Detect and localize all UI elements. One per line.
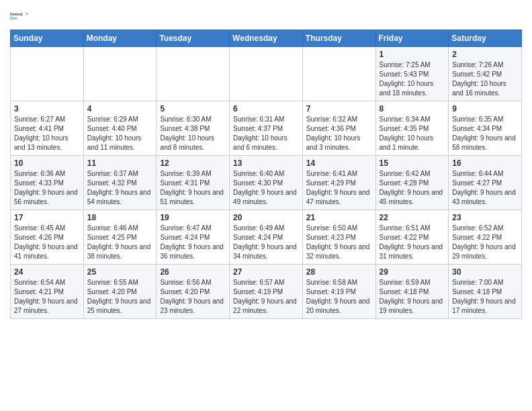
calendar-cell: 23Sunrise: 6:52 AM Sunset: 4:22 PM Dayli… xyxy=(449,210,522,265)
day-number: 12 xyxy=(160,158,226,168)
calendar-body: 1Sunrise: 7:25 AM Sunset: 5:43 PM Daylig… xyxy=(11,47,522,319)
day-number: 11 xyxy=(87,158,153,168)
calendar-cell: 8Sunrise: 6:34 AM Sunset: 4:35 PM Daylig… xyxy=(375,101,449,156)
calendar-week-row: 3Sunrise: 6:27 AM Sunset: 4:41 PM Daylig… xyxy=(11,101,522,156)
day-number: 7 xyxy=(306,104,372,113)
day-info: Sunrise: 6:37 AM Sunset: 4:32 PM Dayligh… xyxy=(87,169,153,207)
day-info: Sunrise: 6:46 AM Sunset: 4:25 PM Dayligh… xyxy=(87,224,153,261)
day-info: Sunrise: 6:27 AM Sunset: 4:41 PM Dayligh… xyxy=(14,115,80,152)
day-number: 9 xyxy=(452,104,518,113)
calendar-table: SundayMondayTuesdayWednesdayThursdayFrid… xyxy=(10,30,522,319)
calendar-cell xyxy=(83,47,157,101)
calendar-week-row: 1Sunrise: 7:25 AM Sunset: 5:43 PM Daylig… xyxy=(11,47,522,101)
day-info: Sunrise: 6:54 AM Sunset: 4:21 PM Dayligh… xyxy=(14,278,80,316)
weekday-header: Sunday xyxy=(11,30,84,47)
calendar-cell: 18Sunrise: 6:46 AM Sunset: 4:25 PM Dayli… xyxy=(83,210,157,265)
day-number: 23 xyxy=(452,213,518,222)
day-info: Sunrise: 6:55 AM Sunset: 4:20 PM Dayligh… xyxy=(87,278,153,316)
calendar-cell: 6Sunrise: 6:31 AM Sunset: 4:37 PM Daylig… xyxy=(230,101,303,156)
calendar-cell: 1Sunrise: 7:25 AM Sunset: 5:43 PM Daylig… xyxy=(375,47,449,101)
weekday-header: Friday xyxy=(375,30,449,47)
day-number: 30 xyxy=(452,267,518,277)
calendar-week-row: 24Sunrise: 6:54 AM Sunset: 4:21 PM Dayli… xyxy=(11,265,522,319)
calendar-cell xyxy=(11,47,84,101)
day-number: 10 xyxy=(14,158,80,168)
day-info: Sunrise: 6:45 AM Sunset: 4:26 PM Dayligh… xyxy=(14,224,80,261)
day-info: Sunrise: 6:32 AM Sunset: 4:36 PM Dayligh… xyxy=(306,115,372,152)
calendar-cell: 21Sunrise: 6:50 AM Sunset: 4:23 PM Dayli… xyxy=(302,210,375,265)
day-info: Sunrise: 6:58 AM Sunset: 4:19 PM Dayligh… xyxy=(306,278,372,316)
calendar-cell: 11Sunrise: 6:37 AM Sunset: 4:32 PM Dayli… xyxy=(83,156,157,210)
day-number: 25 xyxy=(87,267,153,277)
day-number: 24 xyxy=(14,267,80,277)
calendar-cell xyxy=(230,47,303,101)
day-number: 15 xyxy=(380,158,445,168)
calendar-cell: 22Sunrise: 6:51 AM Sunset: 4:22 PM Dayli… xyxy=(375,210,449,265)
day-info: Sunrise: 6:49 AM Sunset: 4:24 PM Dayligh… xyxy=(233,224,299,261)
day-number: 13 xyxy=(233,158,299,168)
day-info: Sunrise: 6:39 AM Sunset: 4:31 PM Dayligh… xyxy=(160,169,226,207)
weekday-header: Tuesday xyxy=(157,30,230,47)
day-info: Sunrise: 6:42 AM Sunset: 4:28 PM Dayligh… xyxy=(380,169,445,207)
calendar-cell: 4Sunrise: 6:29 AM Sunset: 4:40 PM Daylig… xyxy=(83,101,157,156)
calendar-cell: 17Sunrise: 6:45 AM Sunset: 4:26 PM Dayli… xyxy=(11,210,84,265)
day-number: 18 xyxy=(87,213,153,222)
day-info: Sunrise: 7:00 AM Sunset: 4:18 PM Dayligh… xyxy=(452,278,518,316)
day-number: 27 xyxy=(233,267,299,277)
day-info: Sunrise: 6:31 AM Sunset: 4:37 PM Dayligh… xyxy=(233,115,299,152)
day-info: Sunrise: 6:57 AM Sunset: 4:19 PM Dayligh… xyxy=(233,278,299,316)
header: GeneralBlue xyxy=(10,7,522,26)
calendar-cell: 15Sunrise: 6:42 AM Sunset: 4:28 PM Dayli… xyxy=(375,156,449,210)
day-info: Sunrise: 7:26 AM Sunset: 5:42 PM Dayligh… xyxy=(452,60,518,98)
day-number: 16 xyxy=(452,158,518,168)
calendar-cell: 25Sunrise: 6:55 AM Sunset: 4:20 PM Dayli… xyxy=(83,265,157,319)
calendar-cell: 24Sunrise: 6:54 AM Sunset: 4:21 PM Dayli… xyxy=(11,265,84,319)
day-info: Sunrise: 6:34 AM Sunset: 4:35 PM Dayligh… xyxy=(380,115,445,152)
day-info: Sunrise: 6:36 AM Sunset: 4:33 PM Dayligh… xyxy=(14,169,80,207)
day-info: Sunrise: 6:50 AM Sunset: 4:23 PM Dayligh… xyxy=(306,224,372,261)
day-number: 22 xyxy=(380,213,445,222)
calendar-cell xyxy=(302,47,375,101)
calendar-cell: 13Sunrise: 6:40 AM Sunset: 4:30 PM Dayli… xyxy=(230,156,303,210)
calendar-cell: 20Sunrise: 6:49 AM Sunset: 4:24 PM Dayli… xyxy=(230,210,303,265)
day-info: Sunrise: 6:29 AM Sunset: 4:40 PM Dayligh… xyxy=(87,115,153,152)
calendar-cell: 14Sunrise: 6:41 AM Sunset: 4:29 PM Dayli… xyxy=(302,156,375,210)
day-info: Sunrise: 6:44 AM Sunset: 4:27 PM Dayligh… xyxy=(452,169,518,207)
day-number: 6 xyxy=(233,104,299,113)
weekday-header: Monday xyxy=(83,30,157,47)
day-info: Sunrise: 6:59 AM Sunset: 4:18 PM Dayligh… xyxy=(380,278,445,316)
calendar-cell: 28Sunrise: 6:58 AM Sunset: 4:19 PM Dayli… xyxy=(302,265,375,319)
day-info: Sunrise: 7:25 AM Sunset: 5:43 PM Dayligh… xyxy=(380,60,445,98)
day-number: 17 xyxy=(14,213,80,222)
logo-icon: GeneralBlue xyxy=(10,7,29,26)
svg-marker-2 xyxy=(26,12,29,15)
day-number: 28 xyxy=(306,267,372,277)
day-info: Sunrise: 6:35 AM Sunset: 4:34 PM Dayligh… xyxy=(452,115,518,152)
calendar-header: SundayMondayTuesdayWednesdayThursdayFrid… xyxy=(11,30,522,47)
day-number: 4 xyxy=(87,104,153,113)
day-number: 19 xyxy=(160,213,226,222)
day-number: 5 xyxy=(160,104,226,113)
calendar-cell: 19Sunrise: 6:47 AM Sunset: 4:24 PM Dayli… xyxy=(157,210,230,265)
svg-text:Blue: Blue xyxy=(10,17,17,20)
calendar-cell: 10Sunrise: 6:36 AM Sunset: 4:33 PM Dayli… xyxy=(11,156,84,210)
calendar-cell: 5Sunrise: 6:30 AM Sunset: 4:38 PM Daylig… xyxy=(157,101,230,156)
day-number: 20 xyxy=(233,213,299,222)
calendar-cell: 27Sunrise: 6:57 AM Sunset: 4:19 PM Dayli… xyxy=(230,265,303,319)
calendar-week-row: 17Sunrise: 6:45 AM Sunset: 4:26 PM Dayli… xyxy=(11,210,522,265)
calendar-cell: 7Sunrise: 6:32 AM Sunset: 4:36 PM Daylig… xyxy=(302,101,375,156)
day-number: 29 xyxy=(380,267,445,277)
logo: GeneralBlue xyxy=(10,7,29,26)
day-number: 2 xyxy=(452,50,518,59)
day-info: Sunrise: 6:52 AM Sunset: 4:22 PM Dayligh… xyxy=(452,224,518,261)
day-number: 26 xyxy=(160,267,226,277)
day-info: Sunrise: 6:41 AM Sunset: 4:29 PM Dayligh… xyxy=(306,169,372,207)
calendar-cell: 16Sunrise: 6:44 AM Sunset: 4:27 PM Dayli… xyxy=(449,156,522,210)
day-info: Sunrise: 6:40 AM Sunset: 4:30 PM Dayligh… xyxy=(233,169,299,207)
calendar-cell: 9Sunrise: 6:35 AM Sunset: 4:34 PM Daylig… xyxy=(449,101,522,156)
day-info: Sunrise: 6:30 AM Sunset: 4:38 PM Dayligh… xyxy=(160,115,226,152)
day-number: 3 xyxy=(14,104,80,113)
day-number: 8 xyxy=(380,104,445,113)
calendar-cell: 2Sunrise: 7:26 AM Sunset: 5:42 PM Daylig… xyxy=(449,47,522,101)
weekday-header: Thursday xyxy=(302,30,375,47)
